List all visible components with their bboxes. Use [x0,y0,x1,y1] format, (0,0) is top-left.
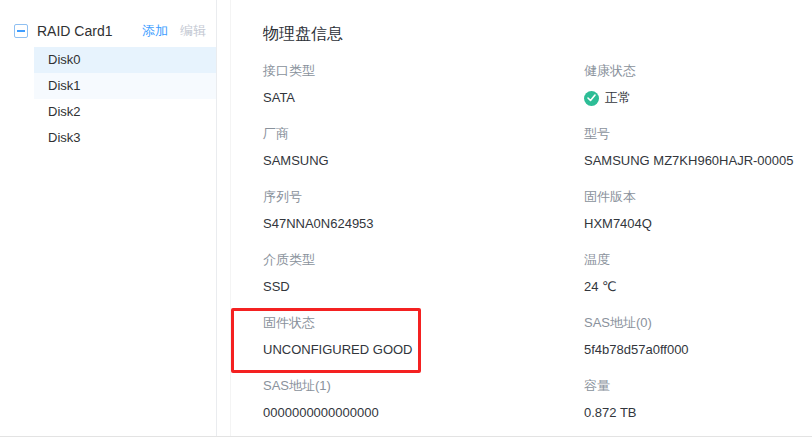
field-label: 固件版本 [584,188,812,205]
field-grid: 接口类型 SATA 健康状态 正常 厂商 SAMSUNG 型号 SAMSUNG … [263,62,812,421]
field-label: 固件状态 [263,314,584,331]
field-value: UNCONFIGURED GOOD [263,342,584,358]
tree-root-actions: 添加 编辑 [142,22,206,40]
field-label: 厂商 [263,125,584,142]
field-label: SAS地址(1) [263,377,584,394]
field-value: SAMSUNG MZ7KH960HAJR-00005 [584,153,812,169]
sidebar-item-disk3[interactable]: Disk3 [34,125,216,151]
field-label: 型号 [584,125,812,142]
disk-list: Disk0 Disk1 Disk2 Disk3 [0,47,216,151]
field-health-status: 健康状态 正常 [584,62,812,106]
field-value: SATA [263,90,584,106]
field-firmware-version: 固件版本 HXM7404Q [584,188,812,232]
field-value: SAMSUNG [263,153,584,169]
raid-tree-sidebar: RAID Card1 添加 编辑 Disk0 Disk1 Disk2 Disk3 [0,0,217,436]
sidebar-item-disk2[interactable]: Disk2 [34,99,216,125]
field-capacity: 容量 0.872 TB [584,377,812,421]
field-label: SAS地址(0) [584,314,812,331]
field-value: HXM7404Q [584,216,812,232]
status-text: 正常 [605,90,631,106]
field-label: 容量 [584,377,812,394]
field-vendor: 厂商 SAMSUNG [263,125,584,169]
field-sas-address-0: SAS地址(0) 5f4b78d57a0ff000 [584,314,812,358]
field-serial-number: 序列号 S47NNA0N624953 [263,188,584,232]
physical-disk-page: RAID Card1 添加 编辑 Disk0 Disk1 Disk2 Disk3… [0,0,812,437]
field-value: 正常 [584,90,812,106]
sidebar-item-disk0[interactable]: Disk0 [34,47,216,73]
field-label: 序列号 [263,188,584,205]
field-label: 健康状态 [584,62,812,79]
field-value: 0.872 TB [584,405,812,421]
field-label: 介质类型 [263,251,584,268]
field-media-type: 介质类型 SSD [263,251,584,295]
raid-card-label: RAID Card1 [37,23,142,39]
field-temperature: 温度 24 ℃ [584,251,812,295]
check-circle-icon [584,91,599,106]
collapse-minus-icon[interactable] [14,24,28,38]
field-value: 5f4b78d57a0ff000 [584,342,812,358]
page-title: 物理盘信息 [263,22,812,46]
field-label: 温度 [584,251,812,268]
edit-link[interactable]: 编辑 [180,22,206,40]
field-model: 型号 SAMSUNG MZ7KH960HAJR-00005 [584,125,812,169]
field-value: 24 ℃ [584,279,812,295]
sidebar-item-disk1[interactable]: Disk1 [34,73,216,99]
field-value: 0000000000000000 [263,405,584,421]
field-sas-address-1: SAS地址(1) 0000000000000000 [263,377,584,421]
physical-disk-panel: 物理盘信息 接口类型 SATA 健康状态 正常 厂商 SAMSUNG [230,0,812,436]
tree-node-raid-card[interactable]: RAID Card1 添加 编辑 [0,20,216,42]
field-interface-type: 接口类型 SATA [263,62,584,106]
field-label: 接口类型 [263,62,584,79]
field-firmware-state: 固件状态 UNCONFIGURED GOOD [263,314,584,358]
field-value: S47NNA0N624953 [263,216,584,232]
field-value: SSD [263,279,584,295]
add-link[interactable]: 添加 [142,22,168,40]
